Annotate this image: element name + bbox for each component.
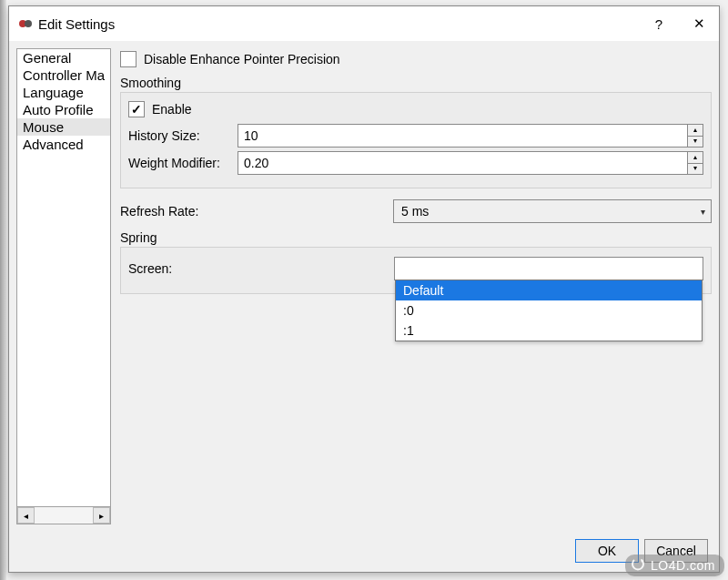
main-panel: Disable Enhance Pointer Precision Smooth… bbox=[120, 48, 712, 524]
smoothing-enable-checkbox[interactable] bbox=[128, 101, 145, 117]
svg-point-1 bbox=[25, 20, 32, 27]
close-button[interactable]: ✕ bbox=[679, 6, 719, 41]
history-size-input[interactable] bbox=[238, 124, 687, 148]
scroll-track[interactable] bbox=[35, 507, 93, 524]
scroll-right-arrow[interactable]: ▸ bbox=[93, 507, 110, 524]
settings-window: Edit Settings ? ✕ GeneralController MaLa… bbox=[8, 5, 720, 573]
sidebar: GeneralController MaLanguageAuto Profile… bbox=[16, 48, 111, 524]
screen-option[interactable]: :1 bbox=[396, 321, 702, 341]
left-edge-shadow bbox=[0, 0, 6, 580]
screen-row: Screen: Default:0:1 bbox=[128, 257, 703, 280]
weight-modifier-spinbox[interactable]: ▴ ▾ bbox=[238, 151, 703, 175]
disable-epp-checkbox[interactable] bbox=[120, 51, 136, 67]
disable-epp-label: Disable Enhance Pointer Precision bbox=[144, 52, 340, 66]
weight-modifier-up[interactable]: ▴ bbox=[687, 151, 703, 164]
smoothing-title: Smoothing bbox=[120, 76, 712, 90]
history-size-down[interactable]: ▾ bbox=[687, 137, 703, 148]
refresh-rate-row: Refresh Rate: 5 ms ▾ bbox=[120, 199, 712, 223]
smoothing-group: Enable History Size: ▴ ▾ Weight Modifier… bbox=[120, 92, 712, 188]
screen-option[interactable]: Default bbox=[396, 280, 702, 300]
refresh-rate-value: 5 ms bbox=[401, 204, 429, 219]
watermark: LO4D.com bbox=[625, 555, 724, 576]
combo-arrow-icon: ▾ bbox=[701, 207, 705, 217]
sidebar-item-controller-ma[interactable]: Controller Ma bbox=[17, 66, 110, 84]
app-icon bbox=[18, 16, 33, 31]
smoothing-enable-row: Enable bbox=[128, 98, 703, 120]
titlebar: Edit Settings ? ✕ bbox=[9, 6, 719, 41]
scroll-left-arrow[interactable]: ◂ bbox=[17, 507, 35, 524]
screen-label: Screen: bbox=[128, 261, 394, 276]
screen-combo[interactable]: Default:0:1 bbox=[394, 257, 703, 280]
weight-modifier-row: Weight Modifier: ▴ ▾ bbox=[128, 151, 703, 175]
screen-dropdown[interactable]: Default:0:1 bbox=[395, 280, 703, 341]
weight-modifier-label: Weight Modifier: bbox=[128, 156, 238, 170]
sidebar-item-general[interactable]: General bbox=[17, 49, 110, 66]
spring-group: Screen: Default:0:1 bbox=[120, 247, 712, 294]
window-title: Edit Settings bbox=[38, 16, 115, 32]
sidebar-item-mouse[interactable]: Mouse bbox=[17, 118, 110, 136]
dialog-body: GeneralController MaLanguageAuto Profile… bbox=[9, 41, 719, 532]
screen-option[interactable]: :0 bbox=[396, 300, 702, 321]
disable-epp-row: Disable Enhance Pointer Precision bbox=[120, 48, 712, 70]
sidebar-hscroll[interactable]: ◂ ▸ bbox=[16, 507, 111, 524]
refresh-rate-label: Refresh Rate: bbox=[120, 204, 393, 219]
sidebar-list[interactable]: GeneralController MaLanguageAuto Profile… bbox=[16, 48, 111, 507]
history-size-row: History Size: ▴ ▾ bbox=[128, 124, 703, 148]
sidebar-item-auto-profile[interactable]: Auto Profile bbox=[17, 101, 110, 118]
watermark-text: LO4D.com bbox=[651, 558, 715, 573]
sidebar-item-language[interactable]: Language bbox=[17, 84, 110, 101]
history-size-spinbox[interactable]: ▴ ▾ bbox=[238, 124, 703, 148]
help-button[interactable]: ? bbox=[639, 6, 679, 41]
weight-modifier-down[interactable]: ▾ bbox=[687, 164, 703, 176]
refresh-rate-combo[interactable]: 5 ms ▾ bbox=[393, 199, 712, 223]
sidebar-item-advanced[interactable]: Advanced bbox=[17, 136, 110, 153]
history-size-label: History Size: bbox=[128, 128, 238, 143]
history-size-up[interactable]: ▴ bbox=[687, 124, 703, 137]
dialog-footer: OK Cancel bbox=[9, 532, 719, 572]
weight-modifier-input[interactable] bbox=[238, 151, 687, 175]
smoothing-enable-label: Enable bbox=[152, 102, 192, 117]
spring-title: Spring bbox=[120, 230, 712, 245]
